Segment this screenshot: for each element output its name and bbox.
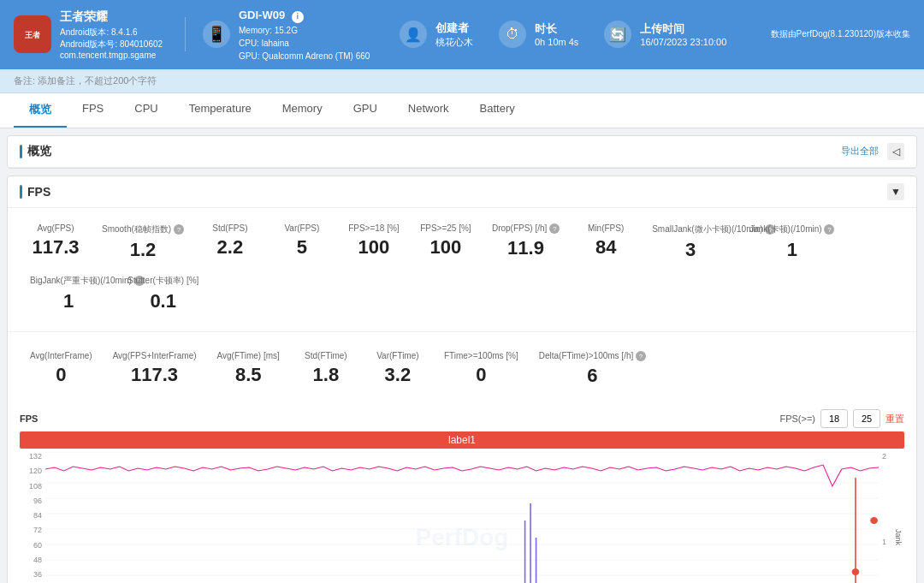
device-name: GDI-W09 i (239, 7, 370, 24)
device-info: 📱 GDI-W09 i Memory: 15.2G CPU: lahaina G… (203, 7, 374, 62)
fps-stats-row2: Avg(InterFrame) 0 Avg(FPS+InterFrame) 11… (8, 336, 916, 403)
tab-cpu[interactable]: CPU (119, 93, 173, 128)
tab-memory[interactable]: Memory (267, 93, 338, 128)
duration-stat: ⏱ 时长 0h 10m 4s (499, 21, 578, 48)
device-details: GDI-W09 i Memory: 15.2G CPU: lahaina GPU… (239, 7, 370, 62)
perfdog-version: 数据由PerfDog(8.1.230120)版本收集 (771, 28, 910, 40)
stat-fps-gte25: FPS>=25 [%] 100 (412, 218, 480, 266)
tab-temperature[interactable]: Temperature (174, 93, 267, 128)
jank-label-container: Jank (894, 452, 903, 583)
fps-chart-svg (45, 452, 879, 583)
tab-overview[interactable]: 概览 (14, 93, 67, 128)
stat-var-ftime: Var(FTime) 3.2 (364, 346, 432, 393)
stat-std-fps: Std(FPS) 2.2 (196, 218, 264, 266)
device-cpu: CPU: lahaina (239, 37, 370, 50)
stat-delta-ftime: Delta(FTime)>100ms [/h] ? 6 (530, 346, 654, 393)
fps-threshold-controls: FPS(>=) 重置 (779, 409, 904, 428)
device-gpu: GPU: Qualcomm Adreno (TM) 660 (239, 50, 370, 62)
stat-var-fps: Var(FPS) 5 (268, 218, 336, 266)
stat-min-fps: Min(FPS) 84 (572, 218, 640, 266)
svg-text:王者: 王者 (25, 31, 41, 39)
creator-icon: 👤 (400, 21, 427, 48)
overview-title: 概览 (20, 144, 51, 159)
overview-header: 概览 导出全部 ◁ (8, 136, 916, 168)
tab-network[interactable]: Network (393, 93, 465, 128)
stat-drop-fps: Drop(FPS) [/h] ? 11.9 (483, 218, 568, 266)
fps-collapse-button[interactable]: ▼ (887, 183, 904, 200)
upload-value: 16/07/2023 23:10:00 (640, 37, 726, 47)
upload-icon: 🔄 (604, 21, 631, 48)
fps-chart-label: FPS (20, 413, 38, 424)
creator-label: 创建者 (435, 21, 473, 36)
game-title: 王者荣耀 (60, 9, 163, 25)
chart-label-bar: label1 (20, 431, 904, 449)
creator-stat: 👤 创建者 桃花心木 (400, 21, 473, 49)
duration-value: 0h 10m 4s (535, 37, 578, 47)
stat-big-jank: BigJank(严重卡顿)(/10min) ? 1 (21, 270, 116, 318)
fps-gte-label: FPS(>=) (779, 413, 815, 424)
duration-label: 时长 (535, 21, 578, 37)
stats-divider (8, 331, 916, 332)
creator-value: 桃花心木 (435, 36, 473, 49)
device-info-badge: i (292, 11, 304, 23)
fps-stats-header: FPS ▼ (8, 176, 916, 208)
fps-chart: 132 120 108 96 84 72 60 48 36 24 12 0 Pe… (20, 452, 904, 583)
duration-icon: ⏱ (499, 21, 526, 48)
fps-stats-section: FPS ▼ Avg(FPS) 117.3 Smooth(稳帧指数) ? 1.2 … (7, 175, 917, 584)
android-version: Android版本: 8.4.1.6 (60, 27, 163, 39)
fps-stats-title: FPS (20, 185, 50, 199)
app-header: 王者 王者荣耀 Android版本: 8.4.1.6 Android版本号: 8… (0, 0, 924, 69)
nav-tabs: 概览 FPS CPU Temperature Memory GPU Networ… (0, 93, 924, 128)
fps-reset-button[interactable]: 重置 (886, 413, 904, 425)
upload-label: 上传时间 (640, 21, 726, 37)
tab-battery[interactable]: Battery (465, 93, 530, 128)
upload-stat: 🔄 上传时间 16/07/2023 23:10:00 (604, 21, 726, 48)
duration-info: 时长 0h 10m 4s (535, 21, 578, 47)
stat-fps-gte18: FPS>=18 [%] 100 (340, 218, 408, 266)
overview-section: 概览 导出全部 ◁ (7, 135, 917, 169)
game-icon: 王者 (14, 15, 51, 53)
game-package: com.tencent.tmgp.sgame (60, 51, 163, 60)
device-memory: Memory: 15.2G (239, 24, 370, 37)
fps-threshold-1[interactable] (820, 409, 848, 428)
upload-info: 上传时间 16/07/2023 23:10:00 (640, 21, 726, 47)
svg-point-18 (852, 568, 860, 575)
notice-bar: 备注: 添加备注，不超过200个字符 (0, 69, 924, 93)
stat-avg-fps-interframe: Avg(FPS+InterFrame) 117.3 (104, 346, 205, 393)
chart-y-axis-left: 132 120 108 96 84 72 60 48 36 24 12 0 (20, 452, 45, 583)
stat-jank: Jank(卡顿)(/10min) ? 1 (741, 218, 843, 266)
stat-ftime-gte100ms: FTime>=100ms [%] 0 (435, 346, 527, 393)
stat-std-ftime: Std(FTime) 1.8 (292, 346, 360, 393)
fps-chart-container: FPS FPS(>=) 重置 label1 132 120 108 96 84 … (8, 402, 916, 583)
game-details: 王者荣耀 Android版本: 8.4.1.6 Android版本号: 8040… (60, 9, 163, 60)
fps-stats-row1: Avg(FPS) 117.3 Smooth(稳帧指数) ? 1.2 Std(FP… (8, 208, 916, 328)
stat-smooth: Smooth(稳帧指数) ? 1.2 (93, 218, 192, 266)
stat-small-jank: SmallJank(微小卡顿)(/10min) ? 3 (643, 218, 737, 266)
export-button[interactable]: 导出全部 (841, 145, 879, 158)
stat-avg-ftime: Avg(FTime) [ms] 8.5 (209, 346, 288, 393)
stat-avg-fps: Avg(FPS) 117.3 (21, 218, 90, 266)
tab-gpu[interactable]: GPU (338, 93, 393, 128)
device-icon: 📱 (203, 21, 230, 48)
stat-stutter: Stutter(卡顿率) [%] 0.1 (119, 270, 207, 318)
svg-point-19 (870, 517, 878, 524)
collapse-icon[interactable]: ◁ (887, 143, 904, 160)
jank-label: Jank (894, 529, 903, 545)
android-sdk: Android版本号: 804010602 (60, 39, 163, 51)
chart-controls: FPS FPS(>=) 重置 (20, 409, 904, 428)
divider-1 (185, 17, 186, 51)
game-info: 王者 王者荣耀 Android版本: 8.4.1.6 Android版本号: 8… (14, 9, 168, 60)
creator-info: 创建者 桃花心木 (435, 21, 473, 49)
fps-threshold-2[interactable] (853, 409, 880, 428)
stat-avg-interframe: Avg(InterFrame) 0 (21, 346, 101, 393)
chart-main-area[interactable]: PerfDog (45, 452, 879, 583)
tab-fps[interactable]: FPS (67, 93, 119, 128)
